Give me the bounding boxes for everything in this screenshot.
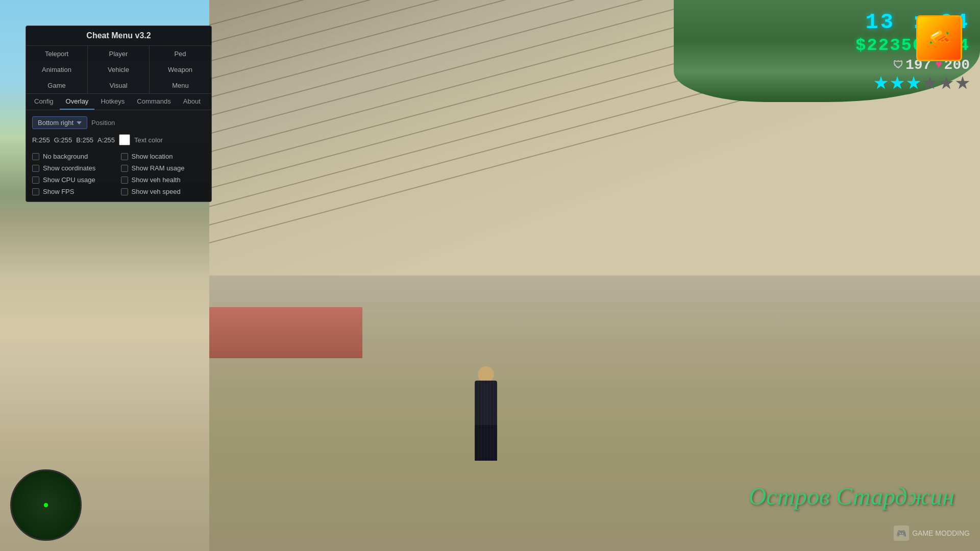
star-2 — [890, 76, 904, 90]
radar-player-blip — [44, 503, 48, 507]
cheat-menu-panel: Cheat Menu v3.2 Teleport Player Ped Anim… — [26, 26, 212, 202]
nav-vehicle[interactable]: Vehicle — [88, 62, 150, 78]
b-value: B:255 — [76, 136, 93, 144]
hud-container: 13 : 04 $223506864 🛡 197 ♥ 200 — [855, 10, 970, 90]
star-4 — [923, 76, 937, 90]
weapon-icon: 🔫 — [924, 23, 954, 54]
tab-config[interactable]: Config — [28, 94, 60, 110]
armor-icon: 🛡 — [893, 59, 903, 71]
color-row: R:255 G:255 B:255 A:255 Text color — [32, 134, 205, 145]
dropdown-arrow-icon — [77, 121, 82, 124]
weapon-slot: 🔫 — [916, 15, 962, 61]
character-legs — [475, 425, 497, 461]
option-show-veh-health[interactable]: Show veh health — [121, 176, 206, 184]
nav-weapon[interactable]: Weapon — [150, 62, 211, 78]
hud-wanted-stars — [874, 76, 970, 90]
a-value: A:255 — [97, 136, 115, 144]
option-no-background-label: No background — [43, 153, 88, 160]
tab-about[interactable]: About — [177, 94, 207, 110]
position-row: Bottom right Position — [32, 116, 205, 129]
checkbox-show-ram-usage[interactable] — [121, 165, 128, 172]
option-show-ram-usage[interactable]: Show RAM usage — [121, 164, 206, 172]
watermark-icon: 🎮 — [894, 525, 909, 541]
star-1 — [874, 76, 888, 90]
nav-visual[interactable]: Visual — [88, 78, 150, 93]
text-color-label: Text color — [134, 136, 163, 144]
checkbox-show-veh-speed[interactable] — [121, 188, 128, 195]
red-wall-visual — [209, 307, 362, 358]
checkbox-show-fps[interactable] — [32, 188, 39, 195]
nav-animation[interactable]: Animation — [26, 62, 88, 78]
option-no-background[interactable]: No background — [32, 153, 117, 160]
nav-teleport[interactable]: Teleport — [26, 46, 88, 62]
character-body — [475, 381, 497, 427]
option-show-veh-speed-label: Show veh speed — [132, 188, 181, 195]
option-show-location[interactable]: Show location — [121, 153, 206, 160]
nav-ped[interactable]: Ped — [150, 46, 211, 62]
r-value: R:255 — [32, 136, 50, 144]
g-value: G:255 — [54, 136, 72, 144]
panel-content: Bottom right Position R:255 G:255 B:255 … — [26, 110, 211, 202]
location-name: Остров Старджин — [748, 482, 954, 510]
checkbox-show-location[interactable] — [121, 153, 128, 160]
color-preview-swatch[interactable] — [119, 134, 130, 145]
panel-title: Cheat Menu v3.2 — [26, 26, 211, 46]
option-show-veh-health-label: Show veh health — [132, 176, 181, 184]
options-grid: No background Show location Show coordin… — [32, 153, 205, 195]
checkbox-show-cpu-usage[interactable] — [32, 177, 39, 184]
nav-game[interactable]: Game — [26, 78, 88, 93]
option-show-coordinates-label: Show coordinates — [43, 164, 95, 172]
star-3 — [906, 76, 921, 90]
option-show-location-label: Show location — [132, 153, 173, 160]
minimap-radar — [10, 469, 82, 541]
checkbox-show-veh-health[interactable] — [121, 177, 128, 184]
checkbox-show-coordinates[interactable] — [32, 165, 39, 172]
position-label: Position — [91, 119, 115, 127]
tab-overlay[interactable]: Overlay — [60, 94, 95, 110]
checkbox-no-background[interactable] — [32, 153, 39, 160]
nav-menu[interactable]: Menu — [150, 78, 211, 93]
star-6 — [955, 76, 970, 90]
option-show-ram-usage-label: Show RAM usage — [132, 164, 185, 172]
player-character — [465, 366, 506, 468]
tab-hotkeys[interactable]: Hotkeys — [94, 94, 131, 110]
star-5 — [939, 76, 953, 90]
option-show-cpu-usage[interactable]: Show CPU usage — [32, 176, 117, 184]
tab-commands[interactable]: Commands — [131, 94, 177, 110]
dropdown-label: Bottom right — [38, 119, 74, 127]
game-modding-watermark: 🎮 GAME MODDING — [894, 525, 970, 541]
tabs-row: Config Overlay Hotkeys Commands About — [26, 94, 211, 110]
watermark-text: GAME MODDING — [912, 529, 970, 537]
nav-player[interactable]: Player — [88, 46, 150, 62]
option-show-fps-label: Show FPS — [43, 188, 74, 195]
option-show-cpu-usage-label: Show CPU usage — [43, 176, 95, 184]
position-dropdown[interactable]: Bottom right — [32, 116, 87, 129]
option-show-coordinates[interactable]: Show coordinates — [32, 164, 117, 172]
nav-grid: Teleport Player Ped Animation Vehicle We… — [26, 46, 211, 94]
option-show-veh-speed[interactable]: Show veh speed — [121, 188, 206, 195]
option-show-fps[interactable]: Show FPS — [32, 188, 117, 195]
